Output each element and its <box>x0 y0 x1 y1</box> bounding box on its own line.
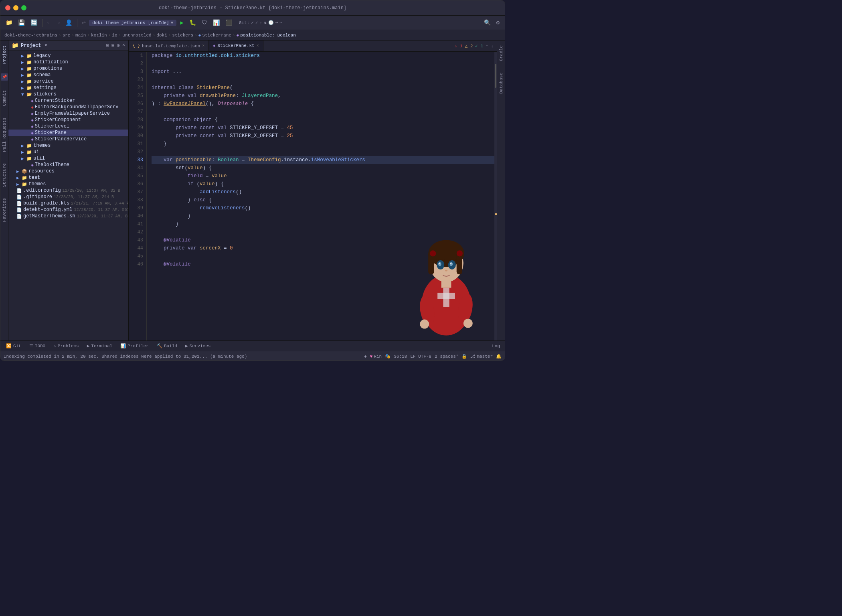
open-btn[interactable]: 📁 <box>4 18 14 27</box>
expand-all-btn[interactable]: ⊞ <box>111 43 114 49</box>
encoding-status[interactable]: LF UTF-8 <box>410 354 431 359</box>
vcs-btn[interactable]: 👤 <box>63 18 74 27</box>
tree-item-buildgradle[interactable]: 📄 build.gradle.kts 2/21/21, 7:19 AM, 3.4… <box>8 200 128 207</box>
branch-status[interactable]: ⎇ master <box>470 354 493 359</box>
git-history[interactable]: 🕐 <box>268 20 274 25</box>
git-check2[interactable]: ✓ <box>255 20 258 25</box>
breadcrumb-io[interactable]: io <box>112 33 117 38</box>
tree-item-CurrentSticker[interactable]: ◈ CurrentSticker <box>8 97 128 104</box>
close-button[interactable] <box>5 5 10 10</box>
bottom-tab-todo[interactable]: ☰ TODO <box>25 342 49 349</box>
ok-count[interactable]: ✓ 1 <box>475 43 483 49</box>
database-tab[interactable]: Database <box>498 71 504 95</box>
bottom-tab-build[interactable]: 🔨 Build <box>153 342 181 349</box>
lock-status[interactable]: 🔒 <box>461 354 467 359</box>
pull-requests-tab[interactable]: Pull Requests <box>1 116 8 154</box>
debug-btn[interactable]: 🐛 <box>187 18 198 27</box>
editor-scrollbar[interactable] <box>494 52 497 340</box>
git-check1[interactable]: ✓ <box>251 20 254 25</box>
vcs-status[interactable]: ◈ <box>364 354 367 359</box>
tree-item-editorconfig[interactable]: 📄 .editorconfig 12/28/20, 11:37 AM, 32 B <box>8 187 128 194</box>
stop-btn[interactable]: ⬛ <box>223 18 234 27</box>
gradle-tab[interactable]: Gradle <box>498 44 504 63</box>
sync-btn[interactable]: 🔄 <box>28 18 39 27</box>
tree-item-test[interactable]: ▶ 📁 test <box>8 174 128 181</box>
heart-status[interactable]: ♥ Rin <box>370 354 382 359</box>
commit-tab[interactable]: Commit <box>1 89 8 108</box>
breadcrumb-unthrottled[interactable]: unthrottled <box>122 33 152 38</box>
git-more[interactable]: ⋯ <box>279 20 282 25</box>
traffic-lights[interactable] <box>5 5 26 10</box>
tree-item-EmptyFrame[interactable]: ◈ EmptyFrameWallpaperService <box>8 110 128 117</box>
tree-item-StickerPane[interactable]: ◈ StickerPane <box>8 130 128 136</box>
tree-item-promotions[interactable]: ▶ 📁 promotions <box>8 65 128 72</box>
run-config[interactable]: doki-theme-jetbrains [runIde] ▼ <box>89 20 176 26</box>
run-btn[interactable]: ▶ <box>178 18 185 27</box>
breadcrumb-stickers[interactable]: stickers <box>172 33 193 38</box>
structure-tab[interactable]: Structure <box>1 162 8 188</box>
tree-item-StickerLevel[interactable]: ◈ StickerLevel <box>8 123 128 130</box>
breadcrumb-main[interactable]: main <box>75 33 86 38</box>
tree-item-ui[interactable]: ▶ 📁 ui <box>8 149 128 155</box>
settings-gear-icon[interactable]: ⚙ <box>117 43 120 49</box>
tree-item-getMasterThemes[interactable]: 📄 getMasterThemes.sh 12/28/20, 11:37 AM,… <box>8 213 128 219</box>
profile-btn[interactable]: 📊 <box>211 18 222 27</box>
tree-item-themes[interactable]: ▶ 📁 themes <box>8 142 128 149</box>
tab-close-stickerpane[interactable]: × <box>257 44 259 48</box>
maximize-button[interactable] <box>21 5 26 10</box>
breadcrumb-kotlin[interactable]: kotlin <box>91 33 107 38</box>
tree-item-notification[interactable]: ▶ 📁 notification <box>8 59 128 65</box>
fold-arrows[interactable]: ↑ ↓ <box>486 44 494 49</box>
breadcrumb-positionable[interactable]: positionable: Boolean <box>240 33 296 38</box>
tab-base-laf[interactable]: { } base.laf.template.json × <box>129 41 209 51</box>
code-content[interactable]: package io.unthrottled.doki.stickers imp… <box>147 52 494 340</box>
undo-btn[interactable]: ↩ <box>80 18 87 27</box>
indent-status[interactable]: 2 spaces* <box>435 354 458 359</box>
coverage-btn[interactable]: 🛡 <box>200 19 209 27</box>
tree-item-StickerComponent[interactable]: ◈ StickerComponent <box>8 117 128 123</box>
settings-btn[interactable]: ⚙️ <box>494 18 502 27</box>
project-tab[interactable]: Project <box>1 44 8 65</box>
search-everywhere-btn[interactable]: 🔍 <box>482 18 493 27</box>
bottom-tab-terminal[interactable]: ▶ Terminal <box>83 342 116 349</box>
close-panel-btn[interactable]: × <box>122 43 125 49</box>
bottom-tab-git[interactable]: 🔀 Git <box>2 342 25 349</box>
tree-item-util[interactable]: ▶ 📁 util <box>8 155 128 162</box>
git-revert[interactable]: ↩ <box>275 20 278 25</box>
position-status[interactable]: 36:18 <box>394 354 407 359</box>
tree-item-themes2[interactable]: ▶ 📁 themes <box>8 181 128 187</box>
favorites-tab[interactable]: Favorites <box>1 197 8 223</box>
tree-item-service[interactable]: ▶ 📁 service <box>8 78 128 85</box>
warning-count[interactable]: △ 2 <box>465 43 473 49</box>
tree-item-settings[interactable]: ▶ 📁 settings <box>8 85 128 91</box>
bottom-tab-profiler[interactable]: 📊 Profiler <box>116 342 153 349</box>
breadcrumb-project[interactable]: doki-theme-jetbrains <box>4 33 57 38</box>
notification-status[interactable]: 🔔 <box>496 354 502 359</box>
breadcrumb-doki[interactable]: doki <box>156 33 167 38</box>
tree-item-detekt[interactable]: 📄 detekt-config.yml 12/28/20, 11:37 AM, … <box>8 207 128 213</box>
avatar-status[interactable]: 🎭 <box>385 354 391 359</box>
tree-item-legacy[interactable]: ▶ 📁 legacy <box>8 53 128 59</box>
bottom-tab-problems[interactable]: ⚠ Problems <box>49 342 83 349</box>
tree-item-schema[interactable]: ▶ 📁 schema <box>8 72 128 78</box>
breadcrumb-stickerpane[interactable]: StickerPane <box>202 33 231 38</box>
tab-close-base-laf[interactable]: × <box>202 44 204 48</box>
forward-btn[interactable]: → <box>54 19 61 27</box>
tree-item-gitignore[interactable]: 📄 .gitignore 12/28/20, 11:37 AM, 244 B <box>8 194 128 200</box>
event-log-btn[interactable]: Log <box>492 344 503 349</box>
tab-stickerpane[interactable]: ◈ StickerPane.kt × <box>209 41 263 51</box>
save-btn[interactable]: 💾 <box>16 18 27 27</box>
error-count[interactable]: ⚠ 1 <box>455 43 463 49</box>
git-push[interactable]: ↑ <box>259 20 262 25</box>
tree-item-TheDokiTheme[interactable]: ◈ TheDokiTheme <box>8 162 128 168</box>
bottom-tab-services[interactable]: ▶ Services <box>181 342 215 349</box>
bookmarks-icon[interactable]: 📌 <box>1 73 8 81</box>
minimize-button[interactable] <box>13 5 18 10</box>
breadcrumb-src[interactable]: src <box>63 33 71 38</box>
tree-item-EditorBGWallpaper[interactable]: ◈ EditorBackgroundWallpaperServ <box>8 104 128 110</box>
tree-item-StickerPaneService[interactable]: ◈ StickerPaneService <box>8 136 128 142</box>
git-fetch[interactable]: ⇅ <box>264 20 267 25</box>
tree-item-stickers[interactable]: ▼ 📂 stickers <box>8 91 128 97</box>
back-btn[interactable]: ← <box>45 19 53 27</box>
scrollbar-thumb[interactable] <box>495 64 496 88</box>
